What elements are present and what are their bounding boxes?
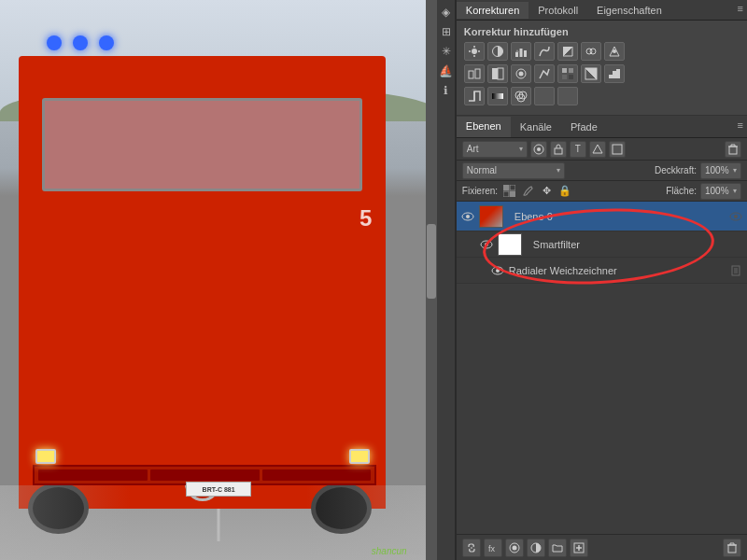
- panel-menu-icon[interactable]: ≡: [738, 3, 743, 14]
- svg-rect-12: [524, 50, 527, 57]
- tab-ebenen[interactable]: Ebenen: [457, 117, 511, 137]
- tab-korrekturen[interactable]: Korrekturen: [457, 2, 529, 19]
- korrektur-icon-row-1: [464, 42, 740, 61]
- tool-button[interactable]: ⊞: [438, 23, 455, 40]
- levels-icon-btn[interactable]: [511, 42, 531, 61]
- tab-eigenschaften[interactable]: Eigenschaften: [587, 2, 671, 19]
- threshold-icon: [468, 90, 481, 103]
- fix-lock-icon[interactable]: 🔒: [557, 184, 572, 199]
- colorlookup-icon: [561, 67, 574, 80]
- fix-move-icon[interactable]: ✥: [539, 184, 554, 199]
- bw-icon: [491, 67, 504, 80]
- channel-mixer-icon-btn[interactable]: [534, 64, 555, 83]
- delete-layer-btn[interactable]: [723, 539, 741, 557]
- colorlookup-icon-btn[interactable]: [557, 64, 578, 83]
- curves-icon-btn[interactable]: [534, 42, 555, 61]
- art-select[interactable]: Art ▾: [462, 141, 528, 158]
- new-group-btn[interactable]: [548, 539, 567, 557]
- truck-number: 5: [359, 205, 372, 231]
- tab-protokoll[interactable]: Protokoll: [529, 2, 587, 19]
- type-icon: T: [575, 144, 581, 154]
- invert-icon-btn[interactable]: [581, 64, 601, 83]
- blend-mode-value: Normal: [467, 165, 497, 175]
- svg-rect-11: [519, 49, 522, 57]
- tab-kanaele[interactable]: Kanäle: [511, 118, 561, 136]
- posterize-icon-btn[interactable]: [604, 64, 625, 83]
- svg-point-50: [466, 215, 470, 218]
- tool-button[interactable]: ◈: [438, 4, 455, 21]
- layer-visibility-toggle[interactable]: [460, 209, 475, 224]
- svg-rect-19: [469, 71, 473, 78]
- empty-icon-btn[interactable]: [534, 87, 555, 105]
- svg-rect-48: [510, 191, 515, 197]
- filter-icon: [533, 144, 544, 155]
- svg-rect-40: [729, 147, 737, 154]
- contrast-icon: [491, 45, 504, 58]
- flaeche-input[interactable]: 100% ▾: [700, 183, 741, 200]
- blend-mode-row: Normal ▾ Deckkraft: 100% ▾: [457, 161, 747, 181]
- brightness-icon-btn[interactable]: [464, 42, 485, 61]
- exposure-icon-btn[interactable]: [557, 42, 578, 61]
- tab-pfade[interactable]: Pfade: [561, 118, 607, 136]
- contrast-icon-btn[interactable]: [487, 42, 508, 61]
- blue-light: [47, 35, 62, 50]
- link-layers-btn[interactable]: [462, 539, 481, 557]
- add-mask-btn[interactable]: [505, 539, 524, 557]
- svg-point-18: [613, 49, 616, 53]
- levels-icon: [514, 45, 528, 58]
- selectivecolor-icon-btn[interactable]: [511, 87, 531, 105]
- headlight-left: [35, 449, 56, 464]
- svg-rect-37: [555, 148, 562, 154]
- tool-button[interactable]: ℹ: [438, 82, 455, 99]
- add-style-btn[interactable]: fx: [484, 539, 502, 557]
- lock-icon-btn[interactable]: [550, 141, 567, 158]
- trash-icon: [727, 144, 739, 155]
- brush-icon: [522, 185, 534, 197]
- opacity-input[interactable]: 100% ▾: [700, 162, 741, 179]
- vibrance-icon-btn[interactable]: [581, 42, 601, 61]
- channel-mixer-icon: [538, 67, 551, 80]
- threshold-icon-btn[interactable]: [464, 87, 485, 105]
- weichzeichner-options-icon[interactable]: [728, 263, 743, 278]
- fix-transparency-icon[interactable]: [501, 184, 516, 199]
- gradient-map-icon-btn[interactable]: [487, 87, 508, 105]
- ebenen-panel-menu-icon[interactable]: ≡: [738, 119, 743, 131]
- layer-item-weichzeichner[interactable]: Radialer Weichzeichner: [457, 258, 747, 284]
- filter-icon-btn[interactable]: [530, 141, 547, 158]
- korrektur-icon-row-2: [464, 64, 740, 83]
- photo-filter-icon-btn[interactable]: [511, 64, 531, 83]
- adjustment-icon-btn[interactable]: [609, 141, 626, 158]
- new-fill-layer-btn[interactable]: [527, 539, 545, 557]
- layer-options-icon[interactable]: [728, 209, 743, 224]
- grille-bar: [262, 469, 372, 481]
- tool-button[interactable]: ⛵: [438, 63, 455, 79]
- type-icon-btn[interactable]: T: [570, 141, 586, 158]
- headlight-right: [349, 449, 370, 464]
- shape-icon-btn[interactable]: [589, 141, 606, 158]
- layer-item-smartfilter[interactable]: Smartfilter: [457, 231, 747, 258]
- scrollbar-thumb[interactable]: [427, 224, 436, 299]
- canvas-area: 5 BRT-C 881 shancun.net: [0, 0, 437, 560]
- layers-list: Ebene 0 Smartfilter Radialer Weichzeichn…: [457, 202, 747, 534]
- korrektur-icon-row-3: [464, 87, 740, 105]
- tool-button[interactable]: ✳: [438, 43, 455, 60]
- layer-name-ebene0: Ebene 0: [514, 211, 725, 222]
- hsl-icon-btn[interactable]: [604, 42, 625, 61]
- new-layer-btn[interactable]: [570, 539, 588, 557]
- trash-icon-btn[interactable]: [725, 141, 741, 158]
- vertical-scrollbar[interactable]: [426, 0, 437, 560]
- blend-mode-select[interactable]: Normal ▾: [462, 162, 565, 179]
- curves-icon: [538, 45, 551, 58]
- bw-icon-btn[interactable]: [487, 64, 508, 83]
- layer-item-ebene0[interactable]: Ebene 0: [457, 202, 747, 231]
- empty2-icon-btn[interactable]: [557, 87, 578, 105]
- layer-thumbnail: [479, 205, 503, 228]
- svg-text:fx: fx: [488, 544, 496, 553]
- fix-brush-icon[interactable]: [520, 184, 535, 199]
- top-tab-bar: Korrekturen Protokoll Eigenschaften ≡: [457, 0, 747, 21]
- flaeche-label: Fläche:: [666, 186, 697, 196]
- weichzeichner-visibility-toggle[interactable]: [490, 263, 505, 278]
- smartfilter-visibility-toggle[interactable]: [479, 237, 494, 252]
- mask-icon: [509, 542, 520, 553]
- colorbalance-icon-btn[interactable]: [464, 64, 485, 83]
